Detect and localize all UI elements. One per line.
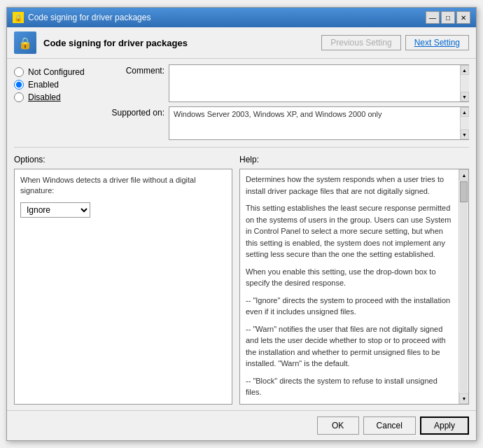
radio-disabled[interactable]: Disabled (14, 92, 105, 102)
supported-row: Supported on: Windows Server 2003, Windo… (105, 106, 469, 140)
help-para-2: This setting establishes the least secur… (246, 202, 453, 260)
help-para-4: -- "Ignore" directs the system to procee… (246, 295, 453, 318)
main-content: Not Configured Enabled Disabled Comment: (7, 59, 476, 410)
previous-setting-button[interactable]: Previous Setting (321, 35, 400, 50)
window-icon: 🔒 (13, 12, 24, 23)
comment-scroll-down[interactable]: ▼ (461, 92, 469, 102)
comment-scrollbar: ▲ ▼ (460, 65, 468, 102)
help-scroll-up[interactable]: ▲ (459, 169, 469, 181)
options-select-control: Ignore Warn Block (20, 202, 226, 218)
help-title: Help: (239, 155, 469, 164)
comment-field-wrapper: ▲ ▼ (169, 64, 469, 102)
help-para-3: When you enable this setting, use the dr… (246, 266, 453, 289)
supported-scroll-up[interactable]: ▲ (461, 107, 469, 117)
options-box: When Windows detects a driver file witho… (14, 169, 232, 405)
radio-enabled-label: Enabled (28, 80, 59, 90)
ok-button[interactable]: OK (317, 416, 359, 435)
comment-label: Comment: (105, 64, 164, 76)
options-content: When Windows detects a driver file witho… (20, 175, 226, 218)
header-bar: 🔒 Code signing for driver packages Previ… (7, 27, 476, 59)
top-section: Not Configured Enabled Disabled Comment: (14, 64, 469, 140)
header-icon: 🔒 (14, 31, 36, 54)
cancel-button[interactable]: Cancel (363, 416, 416, 435)
options-description: When Windows detects a driver file witho… (20, 175, 226, 197)
options-title: Options: (14, 155, 232, 164)
supported-scroll-down[interactable]: ▼ (461, 130, 469, 139)
help-para-6: -- "Block" directs the system to refuse … (246, 375, 453, 398)
right-column: Comment: ▲ ▼ Supported on: Windows (105, 64, 469, 140)
driver-action-select[interactable]: Ignore Warn Block (20, 202, 90, 218)
radio-disabled-input[interactable] (14, 92, 24, 102)
radio-not-configured-input[interactable] (14, 67, 24, 77)
header-buttons: Previous Setting Next Setting (321, 35, 469, 50)
close-button[interactable]: ✕ (456, 11, 470, 24)
supported-value: Windows Server 2003, Windows XP, and Win… (169, 107, 460, 139)
help-para-5: -- "Warn" notifies the user that files a… (246, 323, 453, 370)
apply-button[interactable]: Apply (420, 416, 469, 435)
comment-scroll-up[interactable]: ▲ (461, 65, 469, 75)
radio-column: Not Configured Enabled Disabled (14, 64, 105, 140)
help-text-content: Determines how the system responds when … (240, 169, 458, 404)
supported-scroll-track (461, 117, 469, 130)
next-setting-button[interactable]: Next Setting (405, 35, 469, 50)
title-bar: 🔒 Code signing for driver packages — □ ✕ (7, 8, 476, 27)
options-help-section: Options: When Windows detects a driver f… (14, 155, 469, 405)
help-scroll-thumb (460, 181, 468, 202)
options-panel: Options: When Windows detects a driver f… (14, 155, 232, 405)
separator (14, 147, 469, 148)
title-controls: — □ ✕ (426, 11, 470, 24)
supported-label: Supported on: (105, 106, 164, 118)
radio-not-configured-label: Not Configured (28, 67, 85, 77)
radio-disabled-label: Disabled (28, 92, 61, 102)
supported-scrollbar: ▲ ▼ (460, 107, 468, 139)
header-title: Code signing for driver packages (43, 38, 314, 48)
radio-not-configured[interactable]: Not Configured (14, 67, 105, 77)
help-scrollbar: ▲ ▼ (458, 169, 468, 404)
comment-textarea[interactable] (169, 65, 460, 102)
window-title: Code signing for driver packages (28, 13, 150, 22)
help-scroll-track (460, 181, 468, 392)
bottom-bar: OK Cancel Apply (7, 410, 476, 440)
help-panel: Help: Determines how the system responds… (239, 155, 469, 405)
help-box: Determines how the system responds when … (239, 169, 469, 405)
comment-row: Comment: ▲ ▼ (105, 64, 469, 102)
comment-scroll-track (461, 75, 469, 92)
minimize-button[interactable]: — (426, 11, 440, 24)
main-window: 🔒 Code signing for driver packages — □ ✕… (6, 7, 477, 441)
maximize-button[interactable]: □ (441, 11, 455, 24)
help-scroll-down[interactable]: ▼ (459, 393, 469, 404)
radio-enabled-input[interactable] (14, 80, 24, 90)
help-para-1: Determines how the system responds when … (246, 174, 453, 197)
title-bar-left: 🔒 Code signing for driver packages (13, 12, 150, 23)
supported-field-wrapper: Windows Server 2003, Windows XP, and Win… (169, 106, 469, 140)
radio-enabled[interactable]: Enabled (14, 80, 105, 90)
